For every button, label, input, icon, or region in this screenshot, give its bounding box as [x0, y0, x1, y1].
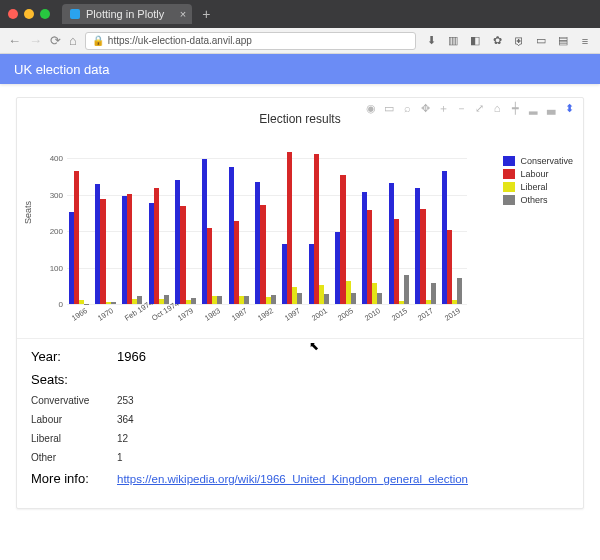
camera-icon[interactable]: ◉: [365, 102, 377, 114]
chart-legend: Conservative Labour Liberal Others: [503, 156, 573, 208]
bar[interactable]: [297, 293, 302, 304]
bar[interactable]: [287, 152, 292, 304]
moreinfo-label: More info:: [31, 471, 117, 486]
bar[interactable]: [217, 296, 222, 304]
new-tab-button[interactable]: +: [196, 6, 216, 22]
bar[interactable]: [447, 230, 452, 304]
reset-icon[interactable]: ⌂: [491, 102, 503, 114]
bar[interactable]: [457, 278, 462, 304]
shield-icon[interactable]: ⛨: [512, 34, 526, 48]
swatch-icon: [503, 156, 515, 166]
lab-label: Labour: [31, 414, 117, 425]
url-text: https://uk-election-data.anvil.app: [108, 35, 252, 46]
page-title: UK election data: [14, 62, 109, 77]
legend-item-labour[interactable]: Labour: [503, 169, 573, 179]
bar[interactable]: [260, 205, 265, 304]
content-card: ◉ ▭ ⌕ ✥ ＋ － ⤢ ⌂ ┿ ▂ ▃ ⬍ Election results…: [16, 97, 584, 509]
bar[interactable]: [271, 295, 276, 304]
legend-item-others[interactable]: Others: [503, 195, 573, 205]
back-button[interactable]: ←: [8, 33, 21, 48]
seats-label: Seats:: [31, 372, 569, 387]
bar[interactable]: [180, 206, 185, 304]
bar[interactable]: [191, 298, 196, 304]
sidebar-icon[interactable]: ◧: [468, 34, 482, 48]
bar[interactable]: [244, 296, 249, 304]
browser-tab[interactable]: Plotting in Plotly ×: [62, 4, 192, 24]
chart-plot[interactable]: Seats 010020030040019661970Feb 1974Oct 1…: [25, 134, 575, 334]
reader-icon[interactable]: ▤: [556, 34, 570, 48]
minimize-window-icon[interactable]: [24, 9, 34, 19]
download-icon[interactable]: ⬇: [424, 34, 438, 48]
y-axis-label: Seats: [23, 201, 33, 224]
maximize-window-icon[interactable]: [40, 9, 50, 19]
mouse-cursor-icon: ⬉: [309, 339, 319, 353]
chart-title: Election results: [17, 112, 583, 126]
hover-compare-icon[interactable]: ▃: [545, 102, 557, 114]
browser-toolbar: ← → ⟳ ⌂ 🔒 https://uk-election-data.anvil…: [0, 28, 600, 54]
bar[interactable]: [351, 293, 356, 304]
lib-value: 12: [117, 433, 128, 444]
close-tab-icon[interactable]: ×: [180, 8, 186, 20]
bar[interactable]: [127, 194, 132, 304]
zoom-icon[interactable]: ▭: [383, 102, 395, 114]
window-controls: [8, 9, 50, 19]
cons-value: 253: [117, 395, 134, 406]
close-window-icon[interactable]: [8, 9, 18, 19]
menu-icon[interactable]: ≡: [578, 34, 592, 48]
lab-value: 364: [117, 414, 134, 425]
tab-title: Plotting in Plotly: [86, 8, 164, 20]
plotly-modebar: ◉ ▭ ⌕ ✥ ＋ － ⤢ ⌂ ┿ ▂ ▃ ⬍: [365, 102, 575, 114]
search-icon[interactable]: ⌕: [401, 102, 413, 114]
bar[interactable]: [394, 219, 399, 304]
home-button[interactable]: ⌂: [69, 33, 77, 48]
address-bar[interactable]: 🔒 https://uk-election-data.anvil.app: [85, 32, 416, 50]
extension-icon[interactable]: ✿: [490, 34, 504, 48]
year-label: Year:: [31, 349, 117, 364]
bar[interactable]: [431, 283, 436, 304]
bookmark-icon[interactable]: ▭: [534, 34, 548, 48]
lock-icon: 🔒: [92, 35, 104, 46]
reload-button[interactable]: ⟳: [50, 33, 61, 48]
forward-button[interactable]: →: [29, 33, 42, 48]
bar[interactable]: [154, 188, 159, 304]
plot-area[interactable]: 010020030040019661970Feb 1974Oct 1974197…: [67, 140, 467, 304]
legend-item-conservative[interactable]: Conservative: [503, 156, 573, 166]
bar[interactable]: [100, 199, 105, 304]
bar[interactable]: [207, 228, 212, 304]
chart-container: ◉ ▭ ⌕ ✥ ＋ － ⤢ ⌂ ┿ ▂ ▃ ⬍ Election results…: [17, 98, 583, 334]
app-header: UK election data: [0, 54, 600, 84]
pan-icon[interactable]: ✥: [419, 102, 431, 114]
oth-value: 1: [117, 452, 123, 463]
year-value: 1966: [117, 349, 146, 364]
bar[interactable]: [111, 302, 116, 304]
spike-icon[interactable]: ┿: [509, 102, 521, 114]
moreinfo-link[interactable]: https://en.wikipedia.org/wiki/1966_Unite…: [117, 473, 468, 485]
browser-tab-strip: Plotting in Plotly × +: [0, 0, 600, 28]
oth-label: Other: [31, 452, 117, 463]
library-icon[interactable]: ▥: [446, 34, 460, 48]
details-panel: Year: 1966 Seats: Convervative253 Labour…: [17, 338, 583, 508]
hover-closest-icon[interactable]: ▂: [527, 102, 539, 114]
swatch-icon: [503, 195, 515, 205]
bar[interactable]: [74, 171, 79, 304]
bar[interactable]: [324, 294, 329, 304]
favicon-icon: [70, 9, 80, 19]
plotly-logo-icon[interactable]: ⬍: [563, 102, 575, 114]
cons-label: Convervative: [31, 395, 117, 406]
bar[interactable]: [314, 154, 319, 305]
lib-label: Liberal: [31, 433, 117, 444]
bar[interactable]: [404, 275, 409, 304]
bar[interactable]: [420, 209, 425, 304]
zoom-in-icon[interactable]: ＋: [437, 102, 449, 114]
swatch-icon: [503, 169, 515, 179]
bar[interactable]: [234, 221, 239, 304]
swatch-icon: [503, 182, 515, 192]
autoscale-icon[interactable]: ⤢: [473, 102, 485, 114]
zoom-out-icon[interactable]: －: [455, 102, 467, 114]
legend-item-liberal[interactable]: Liberal: [503, 182, 573, 192]
bar[interactable]: [377, 293, 382, 304]
